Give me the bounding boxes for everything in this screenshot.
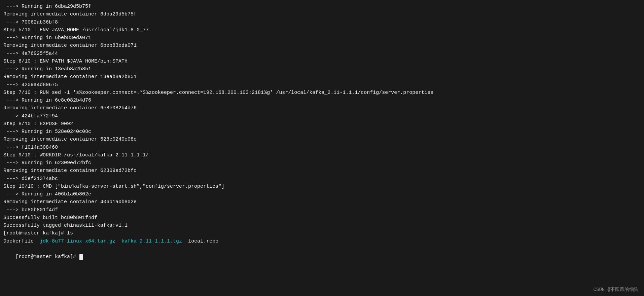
terminal-line: Removing intermediate container 406b1a0b…	[3, 198, 641, 206]
terminal-line: Removing intermediate container 6e8e082b…	[3, 104, 641, 112]
terminal-line: ---> 4a76925f5a44	[3, 50, 641, 58]
terminal-line: ---> Running in 406b1a0b802e	[3, 190, 641, 198]
terminal-line: Removing intermediate container 13eab8a2…	[3, 73, 641, 81]
terminal-line: Step 9/10 : WORKDIR /usr/local/kafka_2.1…	[3, 151, 641, 159]
terminal-line: Successfully tagged chinaskill-kafka:v1.…	[3, 222, 641, 229]
terminal-line: Step 7/10 : RUN sed -i 's%zookeeper.conn…	[3, 89, 641, 97]
terminal-line: ---> 70062ab36bf8	[3, 18, 641, 26]
ls-output-line: Dockerfile jdk-8u77-linux-x64.tar.gz kaf…	[3, 237, 641, 245]
cursor-block	[79, 254, 83, 260]
terminal-line: ---> Running in 6beb83eda071	[3, 34, 641, 42]
ls-item-localrepo: local.repo	[182, 237, 218, 245]
terminal-line: ---> f1014a308460	[3, 144, 641, 151]
final-prompt-line[interactable]: [root@master kafka]#	[3, 245, 641, 269]
terminal-line: Step 6/10 : ENV PATH $JAVA_HOME/bin:$PAT…	[3, 58, 641, 65]
prompt-line[interactable]: [root@master kafka]# ls	[3, 229, 641, 237]
terminal-line: Removing intermediate container 6dba29d5…	[3, 10, 641, 18]
terminal-line: ---> 424bfa772f94	[3, 112, 641, 120]
terminal-line: Removing intermediate container 528e0240…	[3, 136, 641, 143]
terminal-line: Removing intermediate container 6beb83ed…	[3, 42, 641, 49]
terminal-line: ---> Running in 6dba29d5b75f	[3, 3, 641, 10]
ls-item-dockerfile: Dockerfile	[3, 237, 40, 245]
terminal-line: Step 5/10 : ENV JAVA_HOME /usr/local/jdk…	[3, 26, 641, 34]
ls-item-sep1	[115, 237, 121, 245]
prompt-text: [root@master kafka]#	[15, 254, 79, 260]
terminal-line: Removing intermediate container 62309ed7…	[3, 167, 641, 175]
ls-item-kafka: kafka_2.11-1.1.1.tgz	[121, 237, 182, 245]
terminal-line: Step 8/10 : EXPOSE 9092	[3, 120, 641, 128]
terminal-line: Successfully built bc80b801f4df	[3, 214, 641, 222]
terminal-window: ---> Running in 6dba29d5b75f Removing in…	[0, 0, 644, 296]
ls-item-jdk: jdk-8u77-linux-x64.tar.gz	[40, 237, 115, 245]
terminal-line: ---> bc80b801f4df	[3, 206, 641, 214]
watermark-text: CSDN @不跟风的细狗	[594, 287, 639, 293]
terminal-line: Step 10/10 : CMD ["bin/kafka-server-star…	[3, 183, 641, 190]
terminal-line: ---> Running in 62309ed72bfc	[3, 159, 641, 167]
terminal-line: ---> 4209a4d89675	[3, 81, 641, 89]
terminal-line: ---> Running in 528e0240c08c	[3, 128, 641, 136]
terminal-line: ---> Running in 6e8e082b4d76	[3, 97, 641, 104]
terminal-line: ---> d5ef21374abc	[3, 175, 641, 183]
terminal-line: ---> Running in 13eab8a2b851	[3, 65, 641, 73]
